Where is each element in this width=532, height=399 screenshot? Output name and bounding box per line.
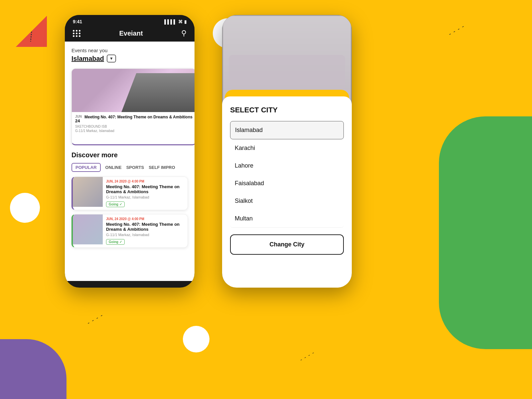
list-event-title-1: Meeting No. 407: Meeting Theme on Dreams… bbox=[106, 184, 184, 194]
list-event-loc-1: G-11/1 Markaz, Islamabad bbox=[106, 195, 184, 199]
city-list: Islamabad Karachi Lahore Faisalabad Sial… bbox=[230, 121, 344, 228]
city-selector[interactable]: Islamabad ▼ bbox=[71, 55, 188, 63]
phone-select-city: SELECT CITY Islamabad Karachi Lahore Fai… bbox=[222, 15, 352, 288]
search-icon[interactable]: ⚲ bbox=[181, 29, 187, 38]
purple-decoration bbox=[0, 339, 66, 399]
city-item-islamabad[interactable]: Islamabad bbox=[230, 121, 344, 139]
event-cards-row: JUN 24 Meeting No. 407: Meeting Theme on… bbox=[65, 65, 195, 145]
discover-section: Discover more POPULAR ONLINE SPORTS SELF… bbox=[65, 145, 195, 254]
status-time: 9:41 bbox=[73, 19, 82, 24]
list-event-title-2: Meeting No. 407: Meeting Theme on Dreams… bbox=[106, 222, 184, 232]
list-event-card-1[interactable]: JUN, 24 2020 @ 4:00 PM Meeting No. 407: … bbox=[71, 177, 188, 210]
city-item-karachi[interactable]: Karachi bbox=[230, 139, 344, 157]
battery-icon: ▮ bbox=[184, 19, 187, 24]
app-title: Eveiant bbox=[119, 30, 143, 37]
dashes-bottom-mid: - - - - bbox=[299, 349, 316, 363]
event-location-1: G-11/1 Markaz, Islamabad bbox=[75, 129, 193, 133]
app-content: Events near you Islamabad ▼ JUN bbox=[65, 42, 195, 281]
select-city-modal: SELECT CITY Islamabad Karachi Lahore Fai… bbox=[222, 96, 352, 288]
status-bar: 9:41 ▌▌▌▌ ⌘ ▮ bbox=[65, 15, 195, 26]
dashes-bottom-left: - - - - bbox=[86, 312, 104, 327]
list-event-date-2: JUN, 24 2020 @ 4:00 PM bbox=[106, 217, 184, 221]
app-nav: Eveiant ⚲ bbox=[65, 26, 195, 42]
discover-title: Discover more bbox=[71, 151, 188, 159]
city-item-lahore[interactable]: Lahore bbox=[230, 157, 344, 175]
filter-tabs: POPULAR ONLINE SPORTS SELF IMPRO bbox=[71, 163, 188, 172]
signal-icon: ▌▌▌▌ bbox=[164, 19, 177, 24]
menu-icon[interactable] bbox=[73, 30, 81, 37]
city-item-faisalabad[interactable]: Faisalabad bbox=[230, 175, 344, 192]
list-event-loc-2: G-11/1 Markaz, Islamabad bbox=[106, 233, 184, 237]
city-dropdown-button[interactable]: ▼ bbox=[107, 55, 116, 63]
triangle-decoration bbox=[13, 13, 50, 50]
selected-city: Islamabad bbox=[71, 55, 104, 63]
event-organizer-1: SKETCHBOUND ISB bbox=[75, 125, 193, 128]
list-event-date-1: JUN, 24 2020 @ 4:00 PM bbox=[106, 180, 184, 183]
event-date-month-1: JUN bbox=[75, 115, 82, 118]
change-city-button[interactable]: Change City bbox=[230, 234, 344, 255]
tab-selfimpro[interactable]: SELF IMPRO bbox=[149, 164, 175, 171]
list-event-info-2: JUN, 24 2020 @ 4:00 PM Meeting No. 407: … bbox=[103, 214, 188, 247]
white-circle-mid bbox=[10, 193, 40, 223]
city-item-sialkot[interactable]: Sialkot bbox=[230, 192, 344, 210]
tab-sports[interactable]: SPORTS bbox=[126, 164, 144, 171]
green-decoration bbox=[439, 116, 532, 349]
list-event-card-2[interactable]: JUN, 24 2020 @ 4:00 PM Meeting No. 407: … bbox=[71, 214, 188, 248]
select-city-title: SELECT CITY bbox=[230, 106, 344, 114]
event-title-1: Meeting No. 407: Meeting Theme on Dreams… bbox=[84, 115, 193, 122]
going-badge-2: Going ✓ bbox=[106, 239, 125, 245]
dashes-top-right: - - - - bbox=[447, 23, 466, 38]
city-item-multan[interactable]: Multan bbox=[230, 210, 344, 228]
event-card-info-1: JUN 24 Meeting No. 407: Meeting Theme on… bbox=[72, 112, 195, 135]
going-badge-1: Going ✓ bbox=[106, 201, 125, 207]
list-event-info-1: JUN, 24 2020 @ 4:00 PM Meeting No. 407: … bbox=[103, 177, 188, 210]
wifi-icon: ⌘ bbox=[178, 19, 183, 24]
event-card-image-1 bbox=[72, 69, 195, 112]
white-circle-bottom bbox=[183, 326, 209, 352]
events-near-label: Events near you bbox=[71, 48, 188, 53]
events-header: Events near you Islamabad ▼ bbox=[65, 42, 195, 65]
event-card-1[interactable]: JUN 24 Meeting No. 407: Meeting Theme on… bbox=[71, 68, 195, 145]
tab-popular[interactable]: POPULAR bbox=[71, 163, 101, 172]
phone-events: 9:41 ▌▌▌▌ ⌘ ▮ Eveiant ⚲ Events near you … bbox=[65, 15, 195, 288]
status-icons: ▌▌▌▌ ⌘ ▮ bbox=[164, 19, 187, 24]
event-date-day-1: 24 bbox=[75, 118, 82, 123]
tab-online[interactable]: ONLINE bbox=[105, 164, 122, 171]
list-event-img-2 bbox=[73, 214, 103, 244]
list-event-img-1 bbox=[73, 177, 103, 207]
